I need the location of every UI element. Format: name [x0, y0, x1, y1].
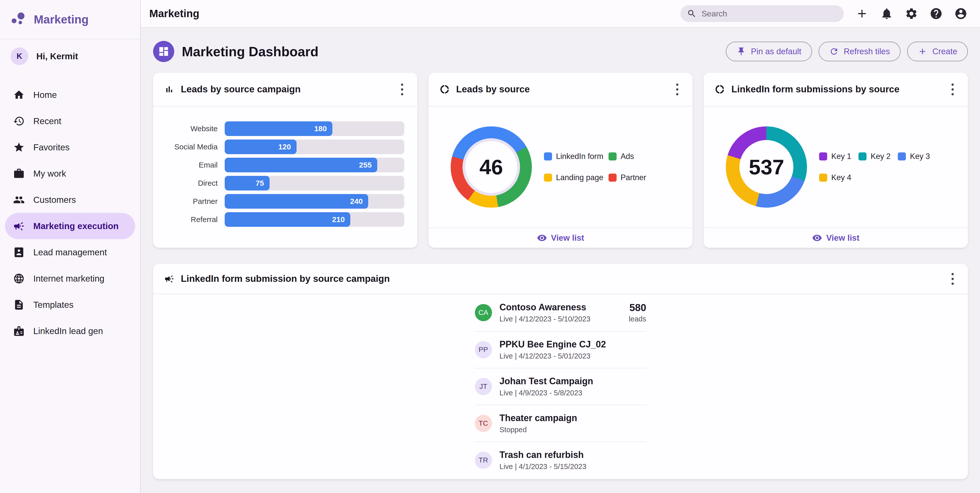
action-button-label: Create: [932, 47, 957, 56]
help-button[interactable]: [929, 7, 943, 20]
user-greeting-row[interactable]: K Hi, Kermit: [0, 39, 140, 73]
help-icon: [929, 7, 943, 20]
notifications-icon: [880, 7, 893, 20]
campaign-status: Live | 4/9/2023 - 5/8/2023: [500, 389, 593, 397]
eye-icon: [537, 233, 547, 243]
legend-label: Landing page: [556, 173, 603, 182]
bar-chart: Website 180 Social Media 120 Email 255 D…: [153, 107, 417, 228]
bar-category-label: Partner: [164, 197, 225, 206]
refresh-icon: [829, 47, 839, 56]
topbar-icons: [856, 7, 967, 20]
app-logo: Marketing: [0, 0, 140, 39]
bar-row: Website 180: [164, 120, 404, 138]
tile-header: Leads by source: [428, 73, 693, 107]
user-greeting: Hi, Kermit: [36, 51, 78, 61]
favorites-icon: [13, 142, 25, 153]
kebab-menu-button[interactable]: [948, 80, 957, 98]
refresh-tiles-button[interactable]: Refresh tiles: [819, 41, 900, 61]
legend-swatch: [609, 174, 617, 182]
search-box[interactable]: [680, 5, 844, 22]
sidebar-item-marketing-execution[interactable]: Marketing execution: [5, 213, 135, 239]
bar-category-label: Direct: [164, 179, 225, 187]
legend-label: Key 1: [831, 152, 851, 161]
bar-row: Direct 75: [164, 174, 404, 192]
campaign-lead-count-label: leads: [629, 315, 646, 323]
view-list-button[interactable]: View list: [811, 233, 861, 243]
tile-header: LinkedIn form submissions by source: [703, 73, 968, 107]
campaign-list-item[interactable]: PP PPKU Bee Engine CJ_02 Live | 4/12/202…: [475, 331, 646, 368]
sidebar-item-label: LinkedIn lead gen: [33, 326, 103, 336]
action-button-label: Pin as default: [751, 47, 802, 56]
sidebar-item-label: Internet marketing: [33, 273, 104, 284]
bar-chart-icon: [164, 84, 174, 94]
sidebar-item-my-work[interactable]: My work: [5, 161, 135, 187]
donut-total: 537: [740, 140, 793, 194]
account-icon: [954, 7, 967, 20]
dashboard-icon: [153, 41, 174, 62]
kebab-menu-button[interactable]: [398, 80, 406, 98]
sidebar: Marketing K Hi, Kermit Home Recent Favor…: [0, 0, 141, 493]
donut-icon: [439, 84, 450, 94]
view-list-button[interactable]: View list: [535, 233, 585, 243]
sidebar-item-internet-marketing[interactable]: Internet marketing: [5, 265, 135, 292]
add-icon: [856, 7, 869, 20]
pin-as-default-button[interactable]: Pin as default: [726, 41, 812, 61]
bar-value-label: 180: [314, 124, 327, 133]
campaign-lead-count: 580: [629, 302, 646, 313]
badge-icon: [13, 325, 25, 337]
legend-label: LinkedIn form: [556, 152, 603, 161]
bar: 180: [225, 121, 332, 136]
campaign-list-item[interactable]: JT Johan Test Campaign Live | 4/9/2023 -…: [475, 368, 646, 405]
sidebar-item-linkedin-lead-gen[interactable]: LinkedIn lead gen: [5, 318, 135, 344]
sidebar-item-lead-management[interactable]: Lead management: [5, 239, 135, 265]
sidebar-item-label: Customers: [33, 195, 76, 205]
sidebar-item-favorites[interactable]: Favorites: [5, 134, 135, 161]
bar: 240: [225, 194, 368, 209]
notifications-button[interactable]: [880, 7, 893, 20]
campaign-list-item[interactable]: CA Contoso Awareness Live | 4/12/2023 - …: [475, 294, 646, 331]
legend-swatch: [819, 152, 827, 161]
bar: 255: [225, 158, 377, 172]
my-work-icon: [13, 168, 25, 179]
plus-icon: [918, 47, 927, 56]
sidebar-item-templates[interactable]: Templates: [5, 292, 135, 318]
kebab-menu-button[interactable]: [948, 270, 957, 288]
topbar: Marketing: [141, 0, 980, 28]
legend-label: Key 2: [870, 152, 891, 161]
kebab-menu-button[interactable]: [673, 80, 681, 98]
page-title: Marketing Dashboard: [182, 44, 318, 59]
settings-button[interactable]: [905, 7, 918, 20]
sidebar-item-recent[interactable]: Recent: [5, 108, 135, 134]
create-button[interactable]: Create: [907, 41, 968, 61]
campaign-name: Contoso Awareness: [500, 302, 590, 313]
home-icon: [13, 89, 25, 101]
campaign-list-item[interactable]: TC Theater campaign Stopped: [475, 405, 646, 442]
app-root: Marketing K Hi, Kermit Home Recent Favor…: [0, 0, 980, 493]
tile-title: Leads by source campaign: [181, 84, 301, 95]
bar-category-label: Social Media: [164, 142, 225, 151]
bar-category-label: Email: [164, 161, 225, 169]
legend-label: Ads: [620, 152, 634, 161]
megaphone-icon: [164, 274, 174, 284]
bar-value-label: 210: [332, 215, 345, 224]
bar-category-label: Website: [164, 124, 225, 133]
legend-item: Key 4: [819, 173, 858, 182]
donut-total: 46: [465, 141, 517, 193]
legend-item: Landing page: [544, 173, 609, 182]
search-input[interactable]: [701, 9, 837, 19]
bar-track: 75: [225, 176, 404, 190]
account-button[interactable]: [954, 7, 967, 20]
donut-chart-area: 537 Key 1 Key 2 Key 3 Key 4: [703, 107, 968, 228]
campaign-avatar: CA: [475, 304, 492, 321]
sidebar-item-home[interactable]: Home: [5, 82, 135, 108]
bar-value-label: 120: [278, 142, 291, 151]
bar-row: Social Media 120: [164, 138, 404, 156]
campaign-status: Live | 4/12/2023 - 5/01/2023: [500, 352, 606, 360]
legend-swatch: [609, 152, 617, 161]
add-button[interactable]: [856, 7, 869, 20]
campaign-list-item[interactable]: TR Trash can refurbish Live | 4/1/2023 -…: [475, 442, 646, 479]
bar-value-label: 255: [359, 161, 372, 169]
view-list-label: View list: [551, 233, 584, 243]
donut-chart-area: 46 LinkedIn form Ads Landing page Partne…: [428, 107, 693, 228]
sidebar-item-customers[interactable]: Customers: [5, 187, 135, 213]
